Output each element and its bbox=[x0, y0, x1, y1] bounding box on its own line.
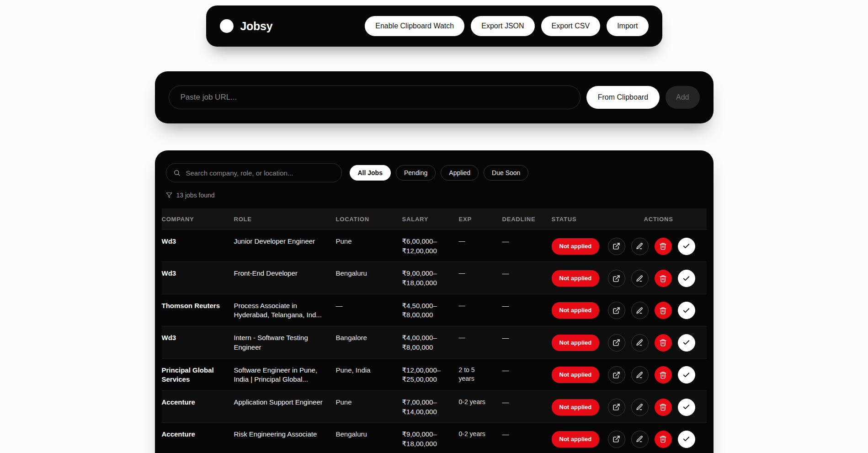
actions-cell bbox=[608, 238, 707, 255]
location-cell: Bangalore bbox=[336, 333, 402, 343]
delete-job-button[interactable] bbox=[655, 238, 672, 255]
exp-cell: 2 to 5 years bbox=[459, 366, 502, 384]
open-job-button[interactable] bbox=[608, 399, 625, 416]
pencil-icon bbox=[636, 242, 644, 250]
status-badge: Not applied bbox=[552, 302, 600, 319]
delete-job-button[interactable] bbox=[655, 399, 672, 416]
delete-job-button[interactable] bbox=[655, 366, 672, 384]
enable-clipboard-watch-button[interactable]: Enable Clipboard Watch bbox=[365, 16, 464, 36]
location-cell: Pune, India bbox=[336, 366, 402, 375]
filter-pills: All Jobs Pending Applied Due Soon bbox=[350, 165, 529, 181]
mark-applied-button[interactable] bbox=[678, 366, 695, 384]
export-json-button[interactable]: Export JSON bbox=[471, 16, 534, 36]
table-row: Thomson Reuters Process Associate in Hyd… bbox=[162, 294, 707, 326]
col-exp: EXP bbox=[459, 216, 502, 223]
filter-applied[interactable]: Applied bbox=[441, 165, 479, 181]
edit-job-button[interactable] bbox=[631, 302, 649, 319]
trash-icon bbox=[659, 307, 667, 314]
mark-applied-button[interactable] bbox=[678, 334, 695, 352]
actions-group bbox=[608, 238, 707, 255]
deadline-cell: — bbox=[502, 237, 552, 246]
status-cell: Not applied bbox=[552, 302, 608, 319]
trash-icon bbox=[659, 339, 667, 346]
actions-group bbox=[608, 399, 707, 416]
exp-cell: — bbox=[459, 269, 502, 277]
filter-due-soon[interactable]: Due Soon bbox=[484, 165, 528, 181]
actions-cell bbox=[608, 302, 707, 319]
deadline-cell: — bbox=[502, 269, 552, 278]
trash-icon bbox=[659, 371, 667, 379]
actions-cell bbox=[608, 399, 707, 416]
role-cell: Junior Developer Engineer bbox=[234, 237, 336, 246]
company-cell: Principal Global Services bbox=[162, 366, 234, 384]
check-icon bbox=[682, 435, 690, 443]
trash-icon bbox=[659, 275, 667, 282]
edit-job-button[interactable] bbox=[631, 366, 649, 384]
external-link-icon bbox=[612, 403, 620, 411]
external-link-icon bbox=[612, 371, 620, 379]
pencil-icon bbox=[636, 275, 644, 282]
status-badge: Not applied bbox=[552, 270, 600, 287]
from-clipboard-button[interactable]: From Clipboard bbox=[586, 86, 660, 109]
import-button[interactable]: Import bbox=[607, 16, 648, 36]
edit-job-button[interactable] bbox=[631, 334, 649, 352]
add-job-card: From Clipboard Add bbox=[155, 71, 714, 123]
header-actions: Enable Clipboard Watch Export JSON Expor… bbox=[365, 16, 648, 36]
add-job-button[interactable]: Add bbox=[666, 86, 699, 109]
exp-cell: 0-2 years bbox=[459, 398, 502, 406]
delete-job-button[interactable] bbox=[655, 302, 672, 319]
salary-cell: ₹12,00,000–₹25,00,000 bbox=[402, 366, 459, 384]
brand: Jobsy bbox=[220, 19, 273, 33]
external-link-icon bbox=[612, 307, 620, 314]
open-job-button[interactable] bbox=[608, 431, 625, 448]
table-row: Accenture Application Support Engineer P… bbox=[162, 390, 707, 422]
salary-cell: ₹7,00,000–₹14,00,000 bbox=[402, 398, 459, 416]
col-salary: SALARY bbox=[402, 216, 459, 223]
delete-job-button[interactable] bbox=[655, 334, 672, 352]
exp-cell: 0-2 years bbox=[459, 430, 502, 438]
actions-cell bbox=[608, 366, 707, 384]
actions-cell bbox=[608, 334, 707, 352]
pencil-icon bbox=[636, 435, 644, 443]
location-cell: — bbox=[336, 301, 402, 311]
results-count: 13 jobs found bbox=[166, 192, 703, 199]
delete-job-button[interactable] bbox=[655, 270, 672, 287]
edit-job-button[interactable] bbox=[631, 270, 649, 287]
job-url-input[interactable] bbox=[169, 85, 580, 109]
mark-applied-button[interactable] bbox=[678, 302, 695, 319]
company-cell: Wd3 bbox=[162, 237, 234, 246]
mark-applied-button[interactable] bbox=[678, 238, 695, 255]
export-csv-button[interactable]: Export CSV bbox=[541, 16, 601, 36]
delete-job-button[interactable] bbox=[655, 431, 672, 448]
open-job-button[interactable] bbox=[608, 302, 625, 319]
salary-cell: ₹9,00,000–₹18,00,000 bbox=[402, 269, 459, 288]
status-cell: Not applied bbox=[552, 335, 608, 351]
edit-job-button[interactable] bbox=[631, 399, 649, 416]
col-status: STATUS bbox=[552, 216, 608, 223]
mark-applied-button[interactable] bbox=[678, 399, 695, 416]
open-job-button[interactable] bbox=[608, 270, 625, 287]
filter-all-jobs[interactable]: All Jobs bbox=[350, 165, 391, 181]
funnel-icon bbox=[166, 192, 172, 198]
col-actions: ACTIONS bbox=[608, 216, 707, 223]
check-icon bbox=[682, 339, 690, 346]
filter-pending[interactable]: Pending bbox=[396, 165, 436, 181]
edit-job-button[interactable] bbox=[631, 431, 649, 448]
role-cell: Process Associate in Hyderabad, Telangan… bbox=[234, 301, 336, 320]
open-job-button[interactable] bbox=[608, 366, 625, 384]
deadline-cell: — bbox=[502, 333, 552, 343]
mark-applied-button[interactable] bbox=[678, 431, 695, 448]
col-location: LOCATION bbox=[336, 216, 402, 223]
open-job-button[interactable] bbox=[608, 334, 625, 352]
logo-icon bbox=[220, 19, 234, 33]
deadline-cell: — bbox=[502, 366, 552, 375]
status-cell: Not applied bbox=[552, 399, 608, 416]
pencil-icon bbox=[636, 307, 644, 314]
search-input[interactable] bbox=[166, 163, 342, 182]
actions-group bbox=[608, 431, 707, 448]
edit-job-button[interactable] bbox=[631, 238, 649, 255]
mark-applied-button[interactable] bbox=[678, 270, 695, 287]
external-link-icon bbox=[612, 435, 620, 443]
actions-group bbox=[608, 366, 707, 384]
open-job-button[interactable] bbox=[608, 238, 625, 255]
